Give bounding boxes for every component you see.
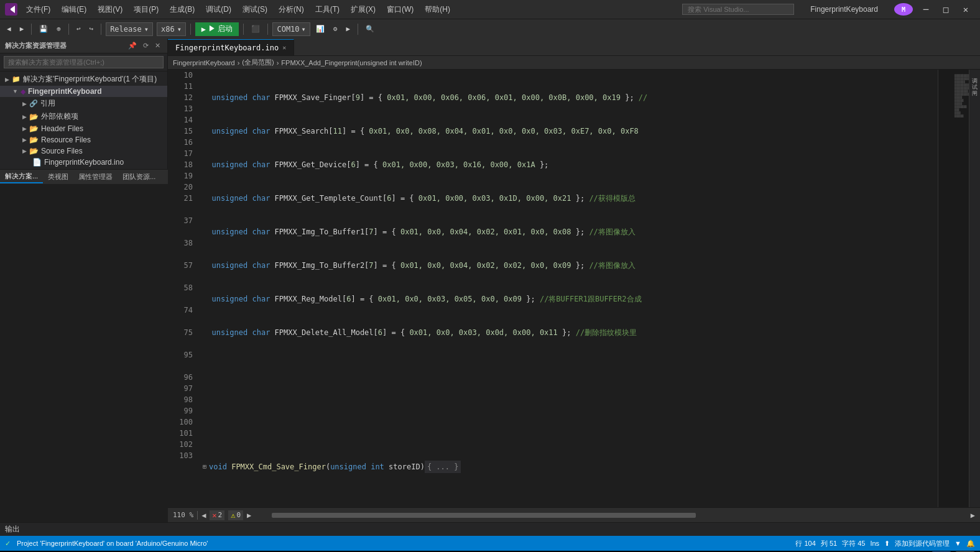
sidebar-item-refs[interactable]: ▶ 🔗 引用	[0, 97, 167, 110]
code-line-14: unsigned char FPMXX_Img_To_Buffer1[7] = …	[203, 226, 933, 237]
sidebar-item-headerfiles[interactable]: ▶ 📂 Header Files	[0, 123, 167, 134]
menu-analyze[interactable]: 分析(N)	[274, 3, 309, 16]
play-icon: ▶	[201, 25, 206, 34]
menu-debug[interactable]: 调试(D)	[201, 3, 236, 16]
solution-node[interactable]: ▶ 📁 解决方案'FingerprintKeyboard'(1 个项目)	[0, 73, 167, 86]
project-status-bar: ✓ Project 'FingerprintKeyboard' on board…	[0, 536, 980, 551]
minimap: ██████████ ██████████ ███████ ██████████…	[938, 70, 969, 507]
menu-tools[interactable]: 工具(T)	[310, 3, 344, 16]
solution-chevron: ▶	[5, 76, 9, 83]
menu-test[interactable]: 测试(S)	[238, 3, 272, 16]
menu-build[interactable]: 生成(B)	[165, 3, 200, 16]
sidebar-tab-classview[interactable]: 类视图	[43, 171, 73, 183]
minimize-button[interactable]: ─	[917, 3, 935, 16]
scroll-right[interactable]: ▶	[971, 511, 975, 520]
vs-search-input[interactable]	[682, 4, 794, 15]
sidebar-item-resourcefiles[interactable]: ▶ 📂 Resource Files	[0, 134, 167, 145]
line-info: 行 104	[795, 539, 815, 548]
menu-project[interactable]: 项目(P)	[129, 3, 164, 16]
toolbar: ◀ ▶ 💾 ⊕ ↩ ↪ Release ▾ x86 ▾ ▶ ▶ 启动 ⬛ COM…	[0, 19, 980, 39]
code-line-21: ⊞void FPMXX_Cmd_Save_Finger(unsigned int…	[203, 461, 933, 472]
nav-fwd[interactable]: ▶	[247, 511, 251, 520]
toolbar-save[interactable]: 💾	[36, 24, 51, 34]
start-button[interactable]: ▶ ▶ 启动	[195, 22, 239, 36]
breadcrumb-func[interactable]: FPMXX_Add_Fingerprint(unsigned int write…	[281, 59, 422, 67]
sidebar-item-extdeps[interactable]: ▶ 📂 外部依赖项	[0, 110, 167, 123]
sidebar-sync[interactable]: ⟳	[141, 41, 150, 50]
bottom-sep1	[197, 511, 198, 520]
toolbar-icon1[interactable]: ⬛	[248, 24, 263, 34]
menu-bar: 文件(F) 编辑(E) 视图(V) 项目(P) 生成(B) 调试(D) 测试(S…	[21, 3, 678, 16]
platform-dropdown[interactable]: x86 ▾	[157, 22, 186, 36]
toolbar-monitor[interactable]: 📊	[313, 24, 328, 34]
notification-icon[interactable]: 🔔	[966, 540, 975, 548]
warning-badge[interactable]: ⚠ 0	[228, 510, 243, 520]
breadcrumb-file[interactable]: FingerprintKeyboard	[173, 59, 235, 67]
toolbar-undo[interactable]: ↩	[73, 24, 84, 34]
horizontal-scrollbar[interactable]	[257, 513, 964, 518]
toolbar-back[interactable]: ◀	[4, 24, 14, 34]
code-editor: 10 11 12 13 14 15 16 17 18 19 20 21 37 3…	[168, 70, 980, 507]
config-dropdown[interactable]: Release ▾	[106, 22, 153, 36]
inofile-label: FingerprintKeyboard.ino	[44, 158, 124, 167]
toolbar-settings[interactable]: ⚙	[330, 24, 341, 34]
col-info: 列 51	[821, 539, 837, 548]
sourcefiles-label: Source Files	[41, 147, 83, 155]
sidebar-item-sourcefiles[interactable]: ▶ 📂 Source Files	[0, 145, 167, 157]
window-title: FingerprintKeyboard	[810, 5, 878, 14]
user-avatar: M	[894, 3, 913, 16]
port-selector[interactable]: COM10 ▾	[272, 22, 310, 36]
editor-wrapper: FingerprintKeyboard.ino ✕ FingerprintKey…	[168, 39, 980, 522]
fold-icon-21[interactable]: ⊞	[203, 461, 206, 472]
toolbar-sep6	[267, 24, 268, 35]
code-line-19	[203, 394, 933, 405]
sidebar-search-section	[0, 53, 167, 71]
sidebar-search-input[interactable]	[4, 56, 164, 68]
maximize-button[interactable]: □	[936, 3, 955, 16]
close-button[interactable]: ✕	[956, 3, 975, 16]
refs-icon: 🔗	[29, 99, 38, 108]
breadcrumb-sep2: ›	[277, 59, 279, 67]
menu-help[interactable]: 帮助(H)	[420, 3, 455, 16]
menu-window[interactable]: 窗口(W)	[382, 3, 418, 16]
toolbar-sep7	[358, 24, 358, 35]
right-sidebar-icons: 调 试 闸	[969, 70, 980, 507]
menu-edit[interactable]: 编辑(E)	[57, 3, 91, 16]
rsb-icon1[interactable]: 调	[969, 72, 980, 75]
menu-view[interactable]: 视图(V)	[93, 3, 127, 16]
toolbar-search2[interactable]: 🔍	[363, 24, 377, 34]
error-badge[interactable]: ✕ 2	[210, 510, 224, 520]
scrollbar-thumb	[272, 513, 696, 518]
code-line-10: unsigned char FPMXX_Save_Finger[9] = { 0…	[203, 92, 933, 103]
toolbar-redo[interactable]: ↪	[86, 24, 97, 34]
breadcrumb-scope[interactable]: (全局范围)	[242, 58, 274, 67]
toolbar-fwd[interactable]: ▶	[17, 24, 27, 34]
sidebar-item-inofile[interactable]: 📄 FingerprintKeyboard.ino	[0, 157, 167, 168]
sidebar-tab-teamresource[interactable]: 团队资源...	[118, 171, 160, 183]
start-label: ▶ 启动	[208, 24, 233, 34]
project-info-label: Project 'FingerprintKeyboard' on board '…	[17, 540, 208, 547]
sidebar-tab-propmanager[interactable]: 属性管理器	[73, 171, 118, 183]
sidebar-header-icons: 📌 ⟳ ✕	[126, 41, 162, 50]
sidebar-close[interactable]: ✕	[153, 41, 162, 50]
toolbar-sep4	[190, 24, 191, 35]
rsb-icon2[interactable]: 试	[969, 78, 980, 81]
config-chevron: ▾	[144, 25, 149, 34]
tab-fingerprintkeyboard[interactable]: FingerprintKeyboard.ino ✕	[168, 39, 294, 55]
sidebar-tab-solution[interactable]: 解决方案...	[0, 170, 43, 183]
code-content[interactable]: unsigned char FPMXX_Save_Finger[9] = { 0…	[198, 70, 938, 507]
tab-close-icon[interactable]: ✕	[282, 44, 286, 51]
sidebar-pin[interactable]: 📌	[126, 41, 139, 50]
code-mgmt[interactable]: 添加到源代码管理	[895, 539, 950, 548]
toolbar-run2[interactable]: ▶	[343, 24, 353, 34]
sidebar-wrapper: 解决方案资源管理器 📌 ⟳ ✕ ▶ 📁 解决方案'FingerprintKeyb…	[0, 39, 168, 522]
toolbar-saveall[interactable]: ⊕	[53, 24, 64, 34]
nav-back[interactable]: ◀	[201, 511, 206, 520]
menu-file[interactable]: 文件(F)	[21, 3, 55, 16]
project-node[interactable]: ▼ ◆ FingerprintKeyboard	[0, 86, 167, 97]
titlebar: 文件(F) 编辑(E) 视图(V) 项目(P) 生成(B) 调试(D) 测试(S…	[0, 0, 980, 19]
menu-extensions[interactable]: 扩展(X)	[346, 3, 381, 16]
solution-icon: 📁	[12, 75, 21, 83]
rsb-icon3[interactable]: 闸	[969, 85, 980, 87]
down-icon: ▼	[955, 540, 961, 547]
